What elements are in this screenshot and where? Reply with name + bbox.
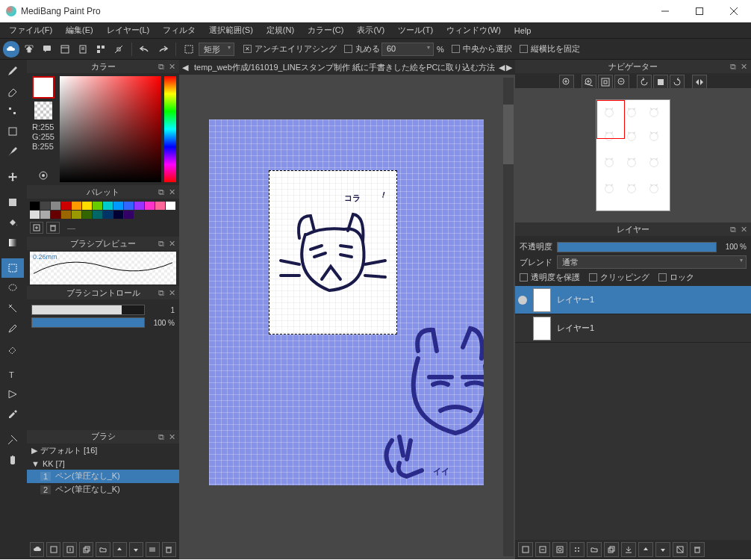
palette-color[interactable] bbox=[113, 211, 123, 219]
select-tool[interactable] bbox=[1, 258, 24, 278]
canvas-area[interactable]: ◀temp_web作成/161019_LINEスタンプ制作 紙に手書きした絵をP… bbox=[179, 60, 515, 559]
lock-checkbox[interactable]: ロック bbox=[658, 272, 694, 283]
palette-color[interactable] bbox=[124, 211, 134, 219]
eraser-tool[interactable] bbox=[1, 81, 24, 101]
palette-color[interactable] bbox=[145, 202, 155, 210]
minimize-button[interactable] bbox=[648, 0, 682, 22]
brush-add2-button[interactable] bbox=[63, 542, 77, 557]
navigator-panel-header[interactable]: ナビゲーター⧉✕ bbox=[515, 60, 751, 73]
nav-reset-button[interactable] bbox=[653, 75, 668, 90]
selection-rect[interactable]: コラ ! bbox=[269, 170, 397, 335]
menu-window[interactable]: ウィンドウ(W) bbox=[440, 23, 507, 37]
close-icon[interactable]: ✕ bbox=[169, 187, 178, 196]
palette-color[interactable] bbox=[93, 202, 102, 210]
aspect-checkbox[interactable]: 縦横比を固定 bbox=[520, 43, 580, 55]
hue-slider[interactable] bbox=[164, 76, 176, 182]
foreground-swatch[interactable] bbox=[32, 76, 54, 99]
close-button[interactable] bbox=[717, 0, 751, 22]
palette-panel-header[interactable]: パレット⧉✕ bbox=[27, 185, 179, 199]
layer-folder-button[interactable] bbox=[587, 542, 602, 557]
brush-panel-header[interactable]: ブラシ⧉✕ bbox=[27, 430, 179, 444]
maximize-button[interactable] bbox=[682, 0, 717, 22]
palette-color[interactable] bbox=[82, 202, 92, 210]
scrollbar-thumb[interactable] bbox=[503, 105, 514, 164]
center-checkbox[interactable]: 中央から選択 bbox=[452, 43, 512, 55]
palette-add-button[interactable] bbox=[30, 222, 43, 234]
color-field[interactable] bbox=[60, 76, 161, 182]
color-panel-header[interactable]: カラー⧉✕ bbox=[27, 60, 179, 73]
popout-icon[interactable]: ⧉ bbox=[158, 239, 167, 248]
brush-item[interactable]: 2ペン(筆圧なし_K) bbox=[27, 483, 179, 497]
navigator-view[interactable] bbox=[515, 88, 751, 223]
eyedropper-tool[interactable] bbox=[1, 405, 24, 424]
menu-color[interactable]: カラー(C) bbox=[302, 23, 349, 37]
operation-tool[interactable] bbox=[1, 385, 24, 404]
brush-tool[interactable] bbox=[1, 61, 24, 81]
palette-delete-button[interactable] bbox=[46, 222, 60, 234]
menu-ruler[interactable]: 定規(N) bbox=[261, 23, 300, 37]
round-value-select[interactable]: 60 bbox=[381, 43, 434, 56]
brush-group[interactable]: ▶デフォルト [16] bbox=[27, 444, 179, 458]
menu-file[interactable]: ファイル(F) bbox=[3, 23, 58, 37]
nav-zoomin-button[interactable] bbox=[559, 75, 574, 90]
pen-tool[interactable] bbox=[1, 142, 24, 161]
tab-next-icon[interactable]: ▶ bbox=[506, 63, 512, 72]
palette-color[interactable] bbox=[82, 211, 92, 219]
popout-icon[interactable]: ⧉ bbox=[730, 62, 739, 71]
brushpreview-panel-header[interactable]: ブラシプレビュー⧉✕ bbox=[27, 237, 179, 250]
nav-zoomout-button[interactable] bbox=[614, 75, 629, 90]
layer-new-button[interactable] bbox=[518, 542, 533, 557]
palette-color[interactable] bbox=[72, 211, 81, 219]
popout-icon[interactable]: ⧉ bbox=[158, 62, 167, 71]
palette-color[interactable] bbox=[61, 202, 71, 210]
palette-color[interactable] bbox=[103, 211, 113, 219]
menu-help[interactable]: Help bbox=[508, 25, 537, 37]
palette-color[interactable] bbox=[72, 202, 81, 210]
close-icon[interactable]: ✕ bbox=[169, 432, 178, 441]
close-icon[interactable]: ✕ bbox=[741, 62, 750, 71]
share-button[interactable] bbox=[21, 41, 37, 57]
wand-tool[interactable] bbox=[1, 299, 24, 318]
layer-row[interactable]: レイヤー1 bbox=[515, 314, 751, 343]
close-icon[interactable]: ✕ bbox=[741, 225, 750, 234]
palette-color[interactable] bbox=[93, 211, 102, 219]
palette-color[interactable] bbox=[40, 211, 50, 219]
round-checkbox[interactable]: 丸める bbox=[344, 43, 380, 55]
shape-select[interactable]: 矩形 bbox=[199, 43, 234, 56]
palette-color[interactable] bbox=[113, 202, 123, 210]
layer-down-button[interactable] bbox=[655, 542, 670, 557]
layer-mask-button[interactable] bbox=[552, 542, 567, 557]
fill-tool[interactable] bbox=[1, 193, 24, 212]
snap-button[interactable] bbox=[110, 41, 127, 57]
brushcontrol-panel-header[interactable]: ブラシコントロール⧉✕ bbox=[27, 286, 179, 299]
brush-group[interactable]: ▼KK [7] bbox=[27, 458, 179, 470]
tab-prev-icon[interactable]: ◀ bbox=[499, 63, 505, 72]
nav-rotate-r-button[interactable] bbox=[670, 75, 685, 90]
layer-panel-header[interactable]: レイヤー⧉✕ bbox=[515, 223, 751, 236]
menu-edit[interactable]: 編集(E) bbox=[60, 23, 99, 37]
document-tab[interactable]: ◀temp_web作成/161019_LINEスタンプ制作 紙に手書きした絵をP… bbox=[179, 60, 515, 75]
palette-color[interactable] bbox=[30, 211, 40, 219]
popout-icon[interactable]: ⧉ bbox=[158, 288, 167, 297]
brush-size-slider[interactable]: 1 bbox=[31, 305, 175, 315]
palette-color[interactable] bbox=[30, 202, 40, 210]
palette-color[interactable] bbox=[51, 202, 60, 210]
comment-button[interactable] bbox=[39, 41, 55, 57]
background-swatch[interactable] bbox=[34, 102, 52, 119]
layer-row[interactable]: レイヤー1 bbox=[515, 286, 751, 314]
layer-clear-button[interactable] bbox=[673, 542, 688, 557]
brush-opacity-slider[interactable]: 100 % bbox=[31, 317, 175, 328]
brush-settings-button[interactable] bbox=[146, 542, 160, 557]
selectpen-tool[interactable] bbox=[1, 319, 24, 338]
palette-color[interactable] bbox=[155, 202, 165, 210]
palette-color[interactable] bbox=[61, 211, 71, 219]
selecterase-tool[interactable] bbox=[1, 339, 24, 358]
layer-new2-button[interactable] bbox=[535, 542, 550, 557]
gradient-tool[interactable] bbox=[1, 233, 24, 252]
layer-halftone-button[interactable] bbox=[570, 542, 585, 557]
nav-zoomin2-button[interactable] bbox=[582, 75, 596, 90]
nav-flip-button[interactable] bbox=[692, 75, 707, 90]
nav-rotate-l-button[interactable] bbox=[637, 75, 652, 90]
menu-layer[interactable]: レイヤー(L) bbox=[101, 23, 155, 37]
material-button[interactable] bbox=[93, 41, 109, 57]
